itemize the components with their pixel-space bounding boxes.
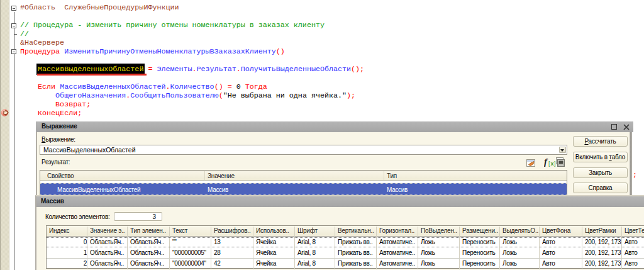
svg-text:f: f <box>544 157 548 167</box>
svg-text:x: x <box>551 160 554 167</box>
